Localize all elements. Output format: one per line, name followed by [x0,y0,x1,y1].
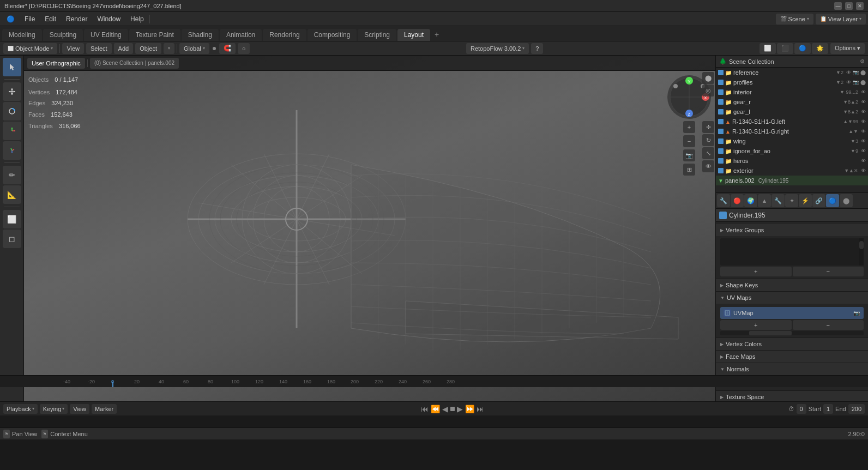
hide-gizmos-btn[interactable]: 👁 [702,160,714,172]
texture-space-header[interactable]: ▶ Texture Space [716,391,868,401]
zoom-in-button[interactable]: + [683,121,695,133]
zoom-out-button[interactable]: − [683,135,695,147]
uvmap-item-uvmap[interactable]: UVMap 📷 [720,307,864,319]
outliner-selected-collection[interactable]: ▼ panels.002 Cylinder.195 [716,176,868,185]
add-plane-tool[interactable]: ◻ [3,230,21,248]
tab-rendering[interactable]: Rendering [263,29,306,41]
uv-add-btn[interactable]: + [720,320,792,330]
wing-eye[interactable]: 👁 [861,138,866,144]
select-tool[interactable] [3,58,21,76]
view-menu-timeline[interactable]: View [70,404,89,414]
heros-eye[interactable]: 👁 [861,158,866,164]
add-cube-tool[interactable]: ⬜ [3,210,21,228]
props-tab-constraints[interactable]: 🔗 [812,194,825,207]
outliner-item-gear-l[interactable]: 📁 gear_l ▼8▲2 👁 [716,107,868,117]
mode-select[interactable]: ⬜ Object Mode ▾ [3,43,57,54]
visibility-check-r1340-right[interactable] [718,129,724,134]
scale-gizmo-btn[interactable]: ⤡ [702,147,714,159]
face-maps-header[interactable]: ▶ Face Maps [716,351,868,363]
menu-render[interactable]: Render [62,14,92,24]
props-tab-scene[interactable]: 🔴 [731,194,744,207]
object-menu[interactable]: Object [135,43,161,54]
visibility-check-exterior[interactable] [718,168,724,173]
ref-cam[interactable]: 📷 [853,70,859,75]
marker-menu[interactable]: Marker [92,404,117,414]
props-tab-tool[interactable]: 🔧 [717,194,730,207]
object-mode-dropdown[interactable]: ▾ [164,43,174,54]
move-tool[interactable] [3,82,21,101]
tab-modeling[interactable]: Modeling [2,29,42,41]
maximize-button[interactable]: □ [845,2,853,10]
jump-start-btn[interactable]: ⏮ [421,405,429,413]
help-button[interactable]: ? [531,43,543,54]
vertex-colors-header[interactable]: ▶ Vertex Colors [716,338,868,350]
exterior-eye[interactable]: 👁 [861,168,866,173]
render-btn[interactable]: 🌟 [812,43,828,54]
outliner-item-profiles[interactable]: 📁 profiles ▼2 👁 📷 ⬤ [716,77,868,87]
menu-help[interactable]: Help [126,14,148,24]
outliner-item-r1340-left[interactable]: ▲ R-1340-S1H1-G.left ▲▼99 👁 [716,117,868,126]
ignore-ao-eye[interactable]: 👁 [861,148,866,154]
vertex-groups-header[interactable]: ▶ Vertex Groups [716,224,868,236]
camera-button[interactable]: 📷 [683,149,695,161]
quad-view-button[interactable]: ⊞ [683,164,695,176]
xray-toggle[interactable]: ◎ [702,85,714,97]
visibility-check-gear-l[interactable] [718,109,724,115]
uvmap-camera-icon[interactable]: 📷 [853,309,860,317]
add-workspace-button[interactable]: + [431,29,442,40]
ref-render[interactable]: ⬤ [860,70,866,75]
r1340-left-eye[interactable]: 👁 [861,119,866,124]
keying-menu[interactable]: Keying ▾ [40,404,68,414]
step-back-btn[interactable]: ⏪ [431,405,440,413]
tab-layout[interactable]: Layout [397,29,430,41]
visibility-check-reference[interactable] [718,70,724,75]
profiles-cam[interactable]: 📷 [853,80,859,85]
gear-r-eye[interactable]: 👁 [861,99,866,105]
snap-button[interactable]: 🧲 [219,43,236,54]
playback-menu[interactable]: Playback ▾ [3,404,38,414]
props-tab-material[interactable]: ⬤ [840,194,853,207]
rotate-gizmo-btn[interactable]: ↻ [702,134,714,146]
current-frame-input[interactable]: 0 [797,404,806,414]
end-frame-input[interactable]: 200 [848,404,865,414]
viewport[interactable]: User Orthographic (0) Scene Collection |… [24,56,715,401]
visibility-check-gear-r[interactable] [718,99,724,105]
menu-file[interactable]: File [20,14,39,24]
vg-add-btn[interactable]: + [720,267,792,276]
uv-remove-btn[interactable]: − [793,320,864,330]
visibility-check-r1340-left[interactable] [718,119,724,124]
vg-remove-btn[interactable]: − [793,267,864,276]
gear-l-eye[interactable]: 👁 [861,109,866,115]
visibility-check-ignore-ao[interactable] [718,148,724,154]
props-tab-modifier[interactable]: 🔧 [771,194,785,207]
ref-eye[interactable]: 👁 [846,70,851,75]
solid-btn[interactable]: ⬛ [777,43,793,54]
view-menu[interactable]: View [62,43,84,54]
menu-blender[interactable]: 🔵 [2,14,19,24]
props-tab-object[interactable]: ▲ [758,194,771,207]
shape-keys-header[interactable]: ▶ Shape Keys [716,279,868,291]
tab-scripting[interactable]: Scripting [358,29,396,41]
view-layer-selector[interactable]: 📋 View Layer ▾ [816,14,866,25]
props-tab-world[interactable]: 🌍 [744,194,757,207]
select-menu[interactable]: Select [86,43,112,54]
play-back-btn[interactable]: ◀ [442,405,448,413]
outliner-item-r1340-right[interactable]: ▲ R-1340-S1H1-G.right ▲▼ 👁 [716,126,868,136]
normals-header[interactable]: ▼ Normals [716,363,868,375]
close-button[interactable]: ✕ [856,2,864,10]
tab-texture-paint[interactable]: Texture Paint [129,29,180,41]
tab-sculpting[interactable]: Sculpting [43,29,83,41]
options-button[interactable]: Options ▾ [830,43,865,54]
start-frame-input[interactable]: 1 [823,404,833,414]
menu-edit[interactable]: Edit [40,14,61,24]
proportional-editing[interactable]: ○ [238,43,250,54]
outliner-item-ignore-ao[interactable]: 📁 ignore_for_ao ▼9 👁 [716,146,868,156]
tab-uv-editing[interactable]: UV Editing [84,29,128,41]
interior-eye[interactable]: 👁 [861,89,866,95]
uv-maps-header[interactable]: ▼ UV Maps [716,292,868,304]
step-forward-btn[interactable]: ⏩ [465,405,474,413]
annotate-tool[interactable]: ✏ [3,166,21,184]
outliner-filter[interactable]: ⚙ [860,58,865,64]
props-tab-data[interactable]: 🔵 [826,194,839,207]
props-tab-physics[interactable]: ⚡ [799,194,812,207]
